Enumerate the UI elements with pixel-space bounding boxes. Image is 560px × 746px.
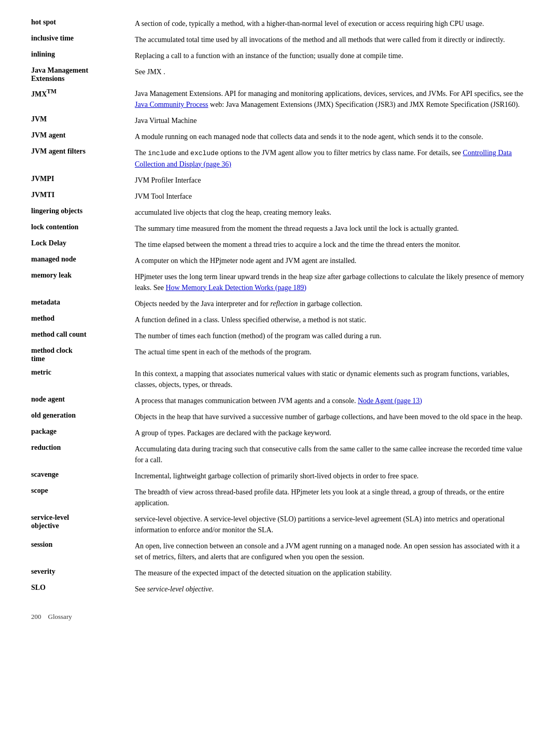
definition-cell: The include and exclude options to the J… (135, 145, 529, 172)
term-cell: lingering objects (31, 204, 135, 220)
definition-cell: A computer on which the HPjmeter node ag… (135, 253, 529, 269)
term-cell: hot spot (31, 16, 135, 32)
glossary-row: JMXTMJava Management Extensions. API for… (31, 86, 529, 113)
section-label: Glossary (48, 613, 72, 620)
definition-cell: A module running on each managed node th… (135, 129, 529, 145)
glossary-row: sessionAn open, live connection between … (31, 538, 529, 565)
glossary-row: JVM agentA module running on each manage… (31, 129, 529, 145)
glossary-row: Lock DelayThe time elapsed between the m… (31, 237, 529, 253)
glossary-row: inclusive timeThe accumulated total time… (31, 32, 529, 48)
term-cell: Lock Delay (31, 237, 135, 253)
glossary-row: scopeThe breadth of view across thread-b… (31, 484, 529, 511)
glossary-link[interactable]: How Memory Leak Detection Works (page 18… (165, 284, 306, 292)
definition-cell: JVM Tool Interface (135, 188, 529, 204)
glossary-row: reductionAccumulating data during tracin… (31, 441, 529, 468)
code-snippet: include (148, 149, 176, 157)
glossary-row: JVMTIJVM Tool Interface (31, 188, 529, 204)
definition-cell: An open, live connection between an cons… (135, 538, 529, 565)
term-cell: session (31, 538, 135, 565)
term-cell: JVM agent (31, 129, 135, 145)
term-cell: JVM agent filters (31, 145, 135, 172)
definition-cell: See JMX . (135, 64, 529, 86)
definition-cell: Incremental, lightweight garbage collect… (135, 468, 529, 484)
glossary-row: method clocktimeThe actual time spent in… (31, 344, 529, 366)
definition-cell: A function defined in a class. Unless sp… (135, 312, 529, 328)
footer: 200 Glossary (31, 613, 529, 621)
term-cell: package (31, 425, 135, 441)
glossary-row: inliningReplacing a call to a function w… (31, 48, 529, 64)
definition-cell: A process that manages communication bet… (135, 393, 529, 409)
definition-cell: See service-level objective. (135, 581, 529, 597)
term-cell: node agent (31, 393, 135, 409)
term-cell: lock contention (31, 220, 135, 237)
glossary-row: scavengeIncremental, lightweight garbage… (31, 468, 529, 484)
glossary-link[interactable]: Java Community Process (135, 101, 208, 108)
glossary-row: service-levelobjectiveservice-level obje… (31, 511, 529, 538)
term-cell: Java ManagementExtensions (31, 64, 135, 86)
term-cell: metric (31, 366, 135, 393)
glossary-row: packageA group of types. Packages are de… (31, 425, 529, 441)
definition-cell: JVM Profiler Interface (135, 172, 529, 188)
definition-cell: accumulated live objects that clog the h… (135, 204, 529, 220)
glossary-row: metadataObjects needed by the Java inter… (31, 296, 529, 312)
term-cell: inlining (31, 48, 135, 64)
glossary-row: managed nodeA computer on which the HPjm… (31, 253, 529, 269)
definition-cell: Objects in the heap that have survived a… (135, 409, 529, 425)
term-cell: method call count (31, 328, 135, 344)
definition-cell: A section of code, typically a method, w… (135, 16, 529, 32)
term-cell: method (31, 312, 135, 328)
term-cell: method clocktime (31, 344, 135, 366)
italic-text: service-level objective (147, 585, 212, 593)
glossary-row: Java ManagementExtensionsSee JMX . (31, 64, 529, 86)
definition-cell: The actual time spent in each of the met… (135, 344, 529, 366)
definition-cell: The breadth of view across thread-based … (135, 484, 529, 511)
definition-cell: The number of times each function (metho… (135, 328, 529, 344)
term-cell: scavenge (31, 468, 135, 484)
glossary-link[interactable]: Node Agent (page 13) (358, 397, 422, 405)
term-cell: metadata (31, 296, 135, 312)
glossary-table: hot spotA section of code, typically a m… (31, 16, 529, 597)
page-number: 200 (31, 613, 41, 620)
definition-cell: service-level objective. A service-level… (135, 511, 529, 538)
glossary-row: method call countThe number of times eac… (31, 328, 529, 344)
definition-cell: HPjmeter uses the long term linear upwar… (135, 269, 529, 296)
glossary-row: lock contentionThe summary time measured… (31, 220, 529, 237)
glossary-row: JVMJava Virtual Machine (31, 113, 529, 129)
glossary-row: JVM agent filtersThe include and exclude… (31, 145, 529, 172)
glossary-row: methodA function defined in a class. Unl… (31, 312, 529, 328)
definition-cell: The accumulated total time used by all i… (135, 32, 529, 48)
definition-cell: The time elapsed between the moment a th… (135, 237, 529, 253)
glossary-row: old generationObjects in the heap that h… (31, 409, 529, 425)
italic-text: reflection (270, 300, 298, 308)
definition-cell: Java Management Extensions. API for mana… (135, 86, 529, 113)
definition-cell: Replacing a call to a function with an i… (135, 48, 529, 64)
term-cell: old generation (31, 409, 135, 425)
glossary-row: hot spotA section of code, typically a m… (31, 16, 529, 32)
term-cell: JMXTM (31, 86, 135, 113)
glossary-row: metricIn this context, a mapping that as… (31, 366, 529, 393)
definition-cell: The measure of the expected impact of th… (135, 565, 529, 581)
term-cell: JVM (31, 113, 135, 129)
definition-cell: In this context, a mapping that associat… (135, 366, 529, 393)
glossary-row: SLOSee service-level objective. (31, 581, 529, 597)
term-cell: severity (31, 565, 135, 581)
code-snippet: exclude (190, 149, 219, 157)
definition-cell: Objects needed by the Java interpreter a… (135, 296, 529, 312)
glossary-row: JVMPIJVM Profiler Interface (31, 172, 529, 188)
glossary-row: memory leakHPjmeter uses the long term l… (31, 269, 529, 296)
glossary-row: lingering objectsaccumulated live object… (31, 204, 529, 220)
term-cell: service-levelobjective (31, 511, 135, 538)
term-cell: SLO (31, 581, 135, 597)
term-cell: memory leak (31, 269, 135, 296)
definition-cell: A group of types. Packages are declared … (135, 425, 529, 441)
term-cell: inclusive time (31, 32, 135, 48)
term-cell: scope (31, 484, 135, 511)
definition-cell: Java Virtual Machine (135, 113, 529, 129)
definition-cell: Accumulating data during tracing such th… (135, 441, 529, 468)
glossary-row: node agentA process that manages communi… (31, 393, 529, 409)
term-cell: JVMPI (31, 172, 135, 188)
definition-cell: The summary time measured from the momen… (135, 220, 529, 237)
glossary-row: severityThe measure of the expected impa… (31, 565, 529, 581)
term-cell: JVMTI (31, 188, 135, 204)
term-cell: reduction (31, 441, 135, 468)
